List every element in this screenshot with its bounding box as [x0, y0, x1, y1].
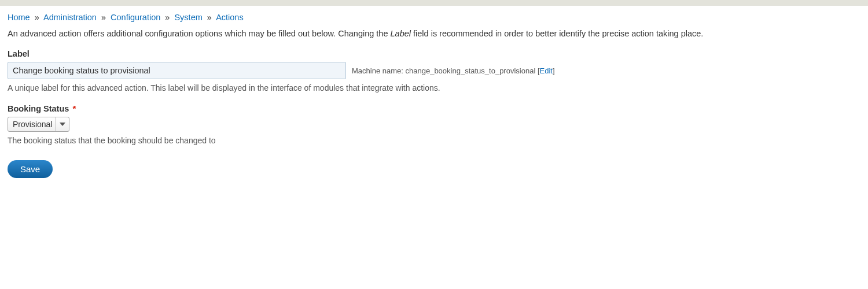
label-description: A unique label for this advanced action.… — [8, 83, 860, 94]
machine-name-prefix: Machine name: — [352, 66, 406, 75]
form-item-booking-status: Booking Status * Provisional The booking… — [8, 103, 860, 147]
select-caret — [56, 117, 65, 131]
main-content: Home » Administration » Configuration » … — [0, 6, 868, 185]
breadcrumb-separator: » — [32, 13, 42, 22]
machine-name-value: change_booking_status_to_provisional — [406, 66, 536, 75]
label-field-label: Label — [8, 49, 860, 58]
machine-name-bracket-open: [ — [535, 66, 539, 75]
save-button[interactable]: Save — [8, 160, 53, 178]
breadcrumb-actions[interactable]: Actions — [216, 13, 244, 22]
breadcrumb-home[interactable]: Home — [8, 13, 30, 22]
intro-prefix: An advanced action offers additional con… — [8, 29, 391, 38]
breadcrumb-separator: » — [99, 13, 108, 22]
chevron-down-icon — [60, 123, 65, 126]
form-item-label: Label Machine name: change_booking_statu… — [8, 49, 860, 94]
label-row: Machine name: change_booking_status_to_p… — [8, 62, 860, 79]
required-mark: * — [72, 103, 76, 113]
booking-status-description: The booking status that the booking shou… — [8, 135, 860, 147]
breadcrumb-separator: » — [163, 13, 172, 22]
breadcrumb-configuration[interactable]: Configuration — [111, 13, 160, 22]
booking-status-label-text: Booking Status — [8, 104, 69, 113]
top-bar — [0, 0, 868, 6]
breadcrumb-separator: » — [205, 13, 214, 22]
booking-status-selected-value: Provisional — [13, 120, 56, 129]
booking-status-label: Booking Status * — [8, 103, 860, 113]
intro-suffix: field is recommended in order to better … — [411, 29, 703, 38]
intro-italic: Label — [391, 29, 411, 38]
breadcrumb: Home » Administration » Configuration » … — [8, 13, 860, 22]
intro-text: An advanced action offers additional con… — [8, 28, 860, 40]
machine-name: Machine name: change_booking_status_to_p… — [352, 66, 555, 75]
machine-name-bracket-close: ] — [553, 66, 555, 75]
machine-name-edit-link[interactable]: Edit — [540, 66, 553, 75]
label-input[interactable] — [8, 62, 346, 79]
booking-status-select[interactable]: Provisional — [8, 117, 69, 132]
breadcrumb-administration[interactable]: Administration — [43, 13, 97, 22]
breadcrumb-system[interactable]: System — [174, 13, 202, 22]
